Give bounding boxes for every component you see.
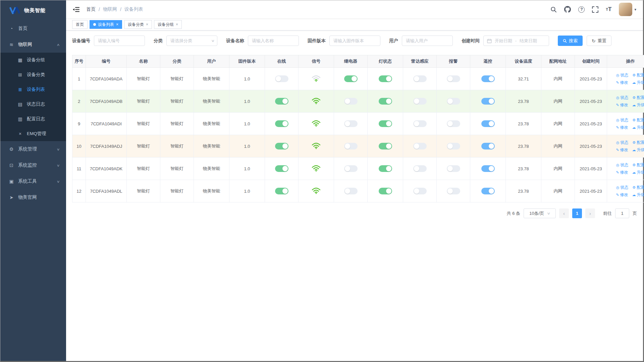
sidebar-item-device-list[interactable]: ≣设备列表 xyxy=(0,82,66,97)
edit-link[interactable]: ✎修改 xyxy=(616,170,628,175)
sidebar-item-official-site[interactable]: ➤物美官网 xyxy=(0,189,66,205)
upgrade-link[interactable]: ☁升级 xyxy=(632,170,644,175)
radar-toggle[interactable] xyxy=(413,120,427,127)
online-toggle[interactable] xyxy=(275,75,288,82)
font-size-icon[interactable]: TT xyxy=(606,6,611,13)
edit-link[interactable]: ✎修改 xyxy=(616,102,628,108)
user-input[interactable] xyxy=(402,36,453,46)
next-page-button[interactable]: › xyxy=(585,208,595,218)
remote-toggle[interactable] xyxy=(481,143,495,149)
online-toggle[interactable] xyxy=(275,143,288,149)
relay-toggle[interactable] xyxy=(344,120,358,127)
status-link[interactable]: ◎状态 xyxy=(616,162,629,168)
category-select[interactable]: 请选择分类 ∨ xyxy=(166,36,217,46)
sidebar-item-emq[interactable]: ×EMQ管理 xyxy=(0,126,66,141)
sidebar-item-status-log[interactable]: ▤状态日志 xyxy=(0,97,66,112)
radar-toggle[interactable] xyxy=(413,143,427,149)
status-link[interactable]: ◎状态 xyxy=(616,117,629,123)
breadcrumb-iot[interactable]: 物联网 xyxy=(103,6,117,12)
firmware-input[interactable] xyxy=(329,36,380,46)
upgrade-link[interactable]: ☁升级 xyxy=(632,147,644,153)
remote-toggle[interactable] xyxy=(481,188,495,194)
close-icon[interactable]: × xyxy=(116,22,118,27)
light-status-toggle[interactable] xyxy=(379,120,392,127)
radar-toggle[interactable] xyxy=(413,188,427,194)
config-link[interactable]: ⚙配置 xyxy=(632,140,644,145)
github-icon[interactable] xyxy=(564,6,571,13)
online-toggle[interactable] xyxy=(275,98,288,105)
page-size-select[interactable]: 10条/页 ∨ xyxy=(524,208,556,218)
upgrade-link[interactable]: ☁升级 xyxy=(632,192,644,198)
upgrade-link[interactable]: ☁升级 xyxy=(632,80,644,85)
device-no-input[interactable] xyxy=(94,36,145,46)
brand-logo[interactable]: 物美智能 xyxy=(0,0,66,20)
tab-home[interactable]: 首页 xyxy=(72,20,88,29)
date-range-input[interactable]: 开始日期 - 结束日期 xyxy=(483,36,549,46)
light-status-toggle[interactable] xyxy=(379,143,392,149)
tab-device-list[interactable]: 设备列表× xyxy=(90,20,122,29)
online-toggle[interactable] xyxy=(275,120,288,127)
relay-toggle[interactable] xyxy=(344,75,358,82)
config-link[interactable]: ⚙配置 xyxy=(632,72,644,78)
relay-toggle[interactable] xyxy=(344,98,358,105)
help-icon[interactable]: ? xyxy=(578,6,585,13)
close-icon[interactable]: × xyxy=(176,22,178,27)
alarm-toggle[interactable] xyxy=(447,120,460,127)
alarm-toggle[interactable] xyxy=(447,75,460,82)
status-link[interactable]: ◎状态 xyxy=(616,185,629,190)
status-link[interactable]: ◎状态 xyxy=(616,72,629,78)
edit-link[interactable]: ✎修改 xyxy=(616,147,628,153)
relay-toggle[interactable] xyxy=(344,165,358,172)
close-icon[interactable]: × xyxy=(146,22,148,27)
page-1-button[interactable]: 1 xyxy=(572,208,582,218)
config-link[interactable]: ⚙配置 xyxy=(632,117,644,123)
config-link[interactable]: ⚙配置 xyxy=(632,95,644,101)
sidebar-item-config-log[interactable]: ▥配置日志 xyxy=(0,112,66,126)
radar-toggle[interactable] xyxy=(413,98,427,105)
sidebar-toggle-icon[interactable] xyxy=(71,5,81,14)
radar-toggle[interactable] xyxy=(413,75,427,82)
user-menu[interactable]: ▾ xyxy=(619,3,636,16)
device-name-input[interactable] xyxy=(248,36,299,46)
online-toggle[interactable] xyxy=(275,165,288,172)
edit-link[interactable]: ✎修改 xyxy=(616,125,628,130)
tab-device-category[interactable]: 设备分类× xyxy=(124,20,152,29)
alarm-toggle[interactable] xyxy=(447,143,460,149)
sidebar-item-home[interactable]: ◔首页 xyxy=(0,20,66,37)
sidebar-item-system-tools[interactable]: ▣系统工具∨ xyxy=(0,173,66,189)
breadcrumb-home[interactable]: 首页 xyxy=(86,6,96,12)
tab-device-group[interactable]: 设备分组× xyxy=(154,20,182,29)
light-status-toggle[interactable] xyxy=(379,165,392,172)
light-status-toggle[interactable] xyxy=(379,98,392,105)
online-toggle[interactable] xyxy=(275,188,288,194)
alarm-toggle[interactable] xyxy=(447,188,460,194)
config-link[interactable]: ⚙配置 xyxy=(632,185,644,190)
remote-toggle[interactable] xyxy=(481,120,495,127)
status-link[interactable]: ◎状态 xyxy=(616,95,629,101)
reset-button[interactable]: ↻ 重置 xyxy=(587,36,611,46)
alarm-toggle[interactable] xyxy=(447,165,460,172)
remote-toggle[interactable] xyxy=(481,75,495,82)
search-icon[interactable] xyxy=(550,6,557,13)
status-link[interactable]: ◎状态 xyxy=(616,140,629,145)
upgrade-link[interactable]: ☁升级 xyxy=(632,125,644,130)
edit-link[interactable]: ✎修改 xyxy=(616,80,628,85)
relay-toggle[interactable] xyxy=(344,143,358,149)
upgrade-link[interactable]: ☁升级 xyxy=(632,102,644,108)
remote-toggle[interactable] xyxy=(481,165,495,172)
fullscreen-icon[interactable] xyxy=(592,6,598,13)
sidebar-item-device-category[interactable]: ⊞设备分类 xyxy=(0,67,66,82)
light-status-toggle[interactable] xyxy=(379,188,392,194)
sidebar-item-device-group[interactable]: ▦设备分组 xyxy=(0,53,66,67)
light-status-toggle[interactable] xyxy=(379,75,392,82)
sidebar-item-iot[interactable]: ≋物联网∧ xyxy=(0,37,66,53)
sidebar-item-system-monitor[interactable]: ⊡系统监控∨ xyxy=(0,157,66,173)
relay-toggle[interactable] xyxy=(344,188,358,194)
sidebar-item-system-admin[interactable]: ⚙系统管理∨ xyxy=(0,141,66,157)
edit-link[interactable]: ✎修改 xyxy=(616,192,628,198)
remote-toggle[interactable] xyxy=(481,98,495,105)
alarm-toggle[interactable] xyxy=(447,98,460,105)
goto-page-input[interactable] xyxy=(615,208,629,218)
prev-page-button[interactable]: ‹ xyxy=(559,208,569,218)
config-link[interactable]: ⚙配置 xyxy=(632,162,644,168)
